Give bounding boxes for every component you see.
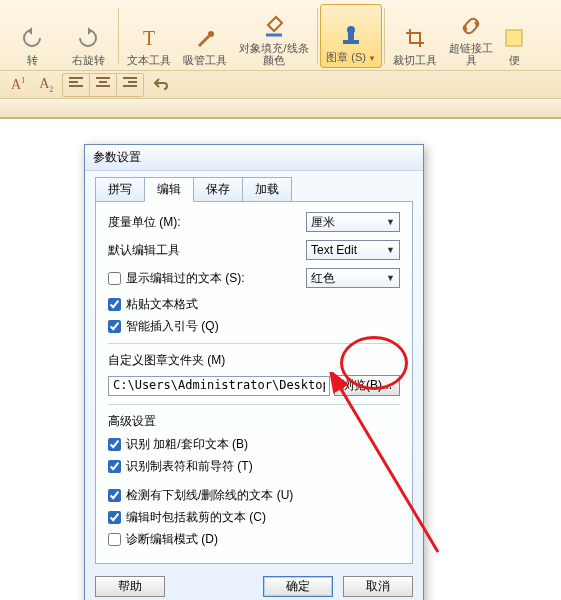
detect-strike-checkbox[interactable]: [108, 489, 121, 502]
separator: [317, 8, 318, 64]
hyperlink-button[interactable]: 超链接工具: [443, 4, 499, 68]
stamp-folder-input[interactable]: [108, 376, 330, 396]
dialog-title: 参数设置: [93, 149, 141, 166]
tab-strip: 拼写 编辑 保存 加载: [85, 171, 423, 202]
align-center-button[interactable]: [90, 74, 117, 96]
edited-color-select[interactable]: 红色 ▼: [306, 268, 400, 288]
note-icon: [504, 24, 524, 52]
dropdown-arrow-icon: ▼: [368, 54, 376, 63]
eyedropper-icon: [194, 24, 216, 52]
debug-mode-checkbox[interactable]: [108, 533, 121, 546]
text-tool-button[interactable]: T 文本工具: [121, 4, 177, 68]
paste-format-label: 粘贴文本格式: [126, 296, 198, 313]
rotate-left-icon: [21, 24, 43, 52]
tab-spell[interactable]: 拼写: [95, 177, 145, 202]
ruler: [0, 99, 561, 119]
cancel-button[interactable]: 取消: [343, 576, 413, 597]
svg-rect-4: [506, 30, 522, 46]
rotate-right-button[interactable]: 右旋转: [60, 4, 116, 68]
include-clip-checkbox[interactable]: [108, 511, 121, 524]
detect-strike-label: 检测有下划线/删除线的文本 (U): [126, 487, 293, 504]
ok-button[interactable]: 确定: [263, 576, 333, 597]
advanced-label: 高级设置: [108, 413, 400, 430]
eyedropper-button[interactable]: 吸管工具: [177, 4, 233, 68]
detect-bold-checkbox[interactable]: [108, 438, 121, 451]
formatting-subbar: A1 A2: [0, 71, 561, 99]
browse-button[interactable]: 浏览(B)...: [334, 375, 400, 396]
stamp-button[interactable]: 图章 (S)▼: [320, 4, 382, 68]
align-group: [62, 73, 144, 97]
dialog-titlebar[interactable]: 参数设置: [85, 145, 423, 171]
svg-rect-1: [343, 40, 359, 44]
undo-button[interactable]: [148, 73, 174, 97]
dialog-button-row: 帮助 确定 取消: [85, 572, 423, 600]
debug-mode-label: 诊断编辑模式 (D): [126, 531, 218, 548]
sticky-note-button[interactable]: 便: [499, 4, 529, 68]
unit-label: 度量单位 (M):: [108, 214, 306, 231]
stamp-folder-label: 自定义图章文件夹 (M): [108, 352, 400, 369]
ribbon-toolbar: 转 右旋转 T 文本工具 吸管工具 对象填充/线条颜色: [0, 0, 561, 71]
superscript-button[interactable]: A1: [6, 73, 30, 96]
dropdown-arrow-icon: ▼: [386, 217, 395, 227]
separator: [384, 8, 385, 64]
include-clip-label: 编辑时包括裁剪的文本 (C): [126, 509, 266, 526]
svg-point-3: [347, 26, 355, 34]
dropdown-arrow-icon: ▼: [386, 245, 395, 255]
dropdown-arrow-icon: ▼: [386, 273, 395, 283]
detect-bold-label: 识别 加粗/套印文本 (B): [126, 436, 248, 453]
settings-dialog: 参数设置 拼写 编辑 保存 加载 度量单位 (M): 厘米 ▼ 默认编辑工具 T…: [84, 144, 424, 600]
default-tool-select[interactable]: Text Edit ▼: [306, 240, 400, 260]
tab-save[interactable]: 保存: [193, 177, 243, 202]
unit-select[interactable]: 厘米 ▼: [306, 212, 400, 232]
paste-format-checkbox[interactable]: [108, 298, 121, 311]
stamp-icon: [339, 21, 363, 49]
svg-point-0: [208, 31, 214, 37]
align-right-button[interactable]: [117, 74, 143, 96]
help-button[interactable]: 帮助: [95, 576, 165, 597]
fill-stroke-button[interactable]: 对象填充/线条颜色: [233, 4, 315, 68]
rotate-right-icon: [77, 24, 99, 52]
crop-icon: [404, 24, 426, 52]
detect-tabs-checkbox[interactable]: [108, 460, 121, 473]
separator: [118, 8, 119, 64]
detect-tabs-label: 识别制表符和前导符 (T): [126, 458, 253, 475]
tab-edit[interactable]: 编辑: [144, 177, 194, 202]
smart-quotes-label: 智能插入引号 (Q): [126, 318, 219, 335]
show-edited-label: 显示编辑过的文本 (S):: [126, 270, 306, 287]
crop-button[interactable]: 裁切工具: [387, 4, 443, 68]
smart-quotes-checkbox[interactable]: [108, 320, 121, 333]
show-edited-checkbox[interactable]: [108, 272, 121, 285]
align-left-button[interactable]: [63, 74, 90, 96]
rotate-left-button[interactable]: 转: [4, 4, 60, 68]
text-tool-icon: T: [143, 24, 155, 52]
tab-panel-edit: 度量单位 (M): 厘米 ▼ 默认编辑工具 Text Edit ▼ 显示编辑过的…: [95, 201, 413, 564]
subscript-button[interactable]: A2: [34, 73, 58, 97]
link-icon: [460, 12, 482, 40]
default-tool-label: 默认编辑工具: [108, 242, 306, 259]
tab-load[interactable]: 加载: [242, 177, 292, 202]
bucket-icon: [262, 12, 286, 40]
